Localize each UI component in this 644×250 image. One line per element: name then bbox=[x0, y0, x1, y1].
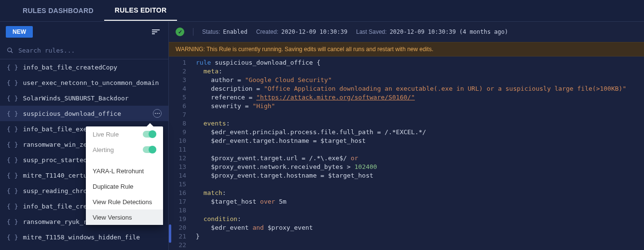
search-input[interactable] bbox=[18, 47, 162, 54]
alerting-toggle-row[interactable]: Alerting bbox=[86, 142, 163, 157]
rule-name: susp_proc_started bbox=[23, 156, 87, 164]
rule-name: info_bat_file_exe bbox=[23, 125, 87, 133]
menu-retrohunt[interactable]: YARA-L Retrohunt bbox=[86, 163, 163, 179]
status-bar: Status: Enabled Created: 2020-12-09 10:3… bbox=[169, 22, 644, 42]
code-text[interactable]: rule suspicious_download_office { meta: … bbox=[191, 58, 644, 250]
code-editor[interactable]: 12345678910111213141516171819202122 rule… bbox=[169, 56, 644, 250]
status-ok-icon bbox=[176, 28, 184, 36]
rule-item[interactable]: { }user_exec_netconn_to_uncommon_domain bbox=[0, 75, 168, 90]
rule-item[interactable]: { }info_bat_file_createdCopy bbox=[0, 59, 168, 75]
svg-line-1 bbox=[11, 51, 13, 53]
rule-name: susp_reading_chro bbox=[23, 187, 87, 194]
rule-name: info_bat_file_cre bbox=[23, 203, 87, 210]
scroll-handle[interactable] bbox=[169, 224, 171, 243]
rule-name: user_exec_netconn_to_uncommon_domain bbox=[23, 79, 159, 86]
rule-menu-icon[interactable] bbox=[153, 109, 162, 118]
braces-icon: { } bbox=[7, 234, 18, 241]
sort-icon[interactable] bbox=[149, 27, 163, 37]
rule-name: mitre_T1158_windows_hidden_file bbox=[23, 234, 140, 241]
braces-icon: { } bbox=[7, 125, 18, 133]
tab-rules-dashboard[interactable]: RULES DASHBOARD bbox=[12, 1, 104, 20]
live-rule-toggle[interactable] bbox=[143, 131, 156, 138]
created-value: 2020-12-09 10:30:39 bbox=[281, 28, 347, 35]
tab-rules-editor[interactable]: RULES EDITOR bbox=[104, 0, 178, 21]
menu-duplicate[interactable]: Duplicate Rule bbox=[86, 179, 163, 194]
rule-name: suspicious_download_office bbox=[23, 110, 121, 117]
status-value: Enabled bbox=[223, 28, 247, 35]
saved-label: Last Saved: bbox=[356, 28, 386, 35]
rule-name: ransomware_ryuk_r bbox=[23, 218, 87, 225]
live-rule-toggle-row[interactable]: Live Rule bbox=[86, 126, 163, 142]
braces-icon: { } bbox=[7, 187, 18, 194]
created-label: Created: bbox=[256, 28, 278, 35]
svg-point-0 bbox=[8, 48, 12, 52]
search-container bbox=[0, 42, 168, 59]
braces-icon: { } bbox=[7, 141, 18, 148]
braces-icon: { } bbox=[7, 95, 18, 102]
menu-live-rule-label: Live Rule bbox=[93, 131, 119, 138]
status-label: Status: bbox=[202, 28, 220, 35]
search-icon bbox=[7, 47, 14, 54]
saved-value: 2020-12-09 10:30:39 (4 months ago) bbox=[390, 28, 508, 35]
rule-name: SolarWinds_SUNBURST_Backdoor bbox=[23, 95, 128, 102]
editor-pane: Status: Enabled Created: 2020-12-09 10:3… bbox=[169, 22, 644, 250]
rule-item[interactable]: { }SolarWinds_SUNBURST_Backdoor bbox=[0, 90, 168, 106]
braces-icon: { } bbox=[7, 172, 18, 179]
menu-view-detections[interactable]: View Rule Detections bbox=[86, 194, 163, 209]
braces-icon: { } bbox=[7, 79, 18, 86]
rule-name: mitre_T1140_certu bbox=[23, 172, 87, 179]
warning-bar: WARNING: This Rule is currently running.… bbox=[169, 42, 644, 56]
braces-icon: { } bbox=[7, 110, 18, 117]
menu-alerting-label: Alerting bbox=[93, 146, 114, 153]
rule-context-menu: Live Rule Alerting YARA-L Retrohunt Dupl… bbox=[86, 126, 163, 225]
braces-icon: { } bbox=[7, 64, 18, 71]
braces-icon: { } bbox=[7, 156, 18, 164]
alerting-toggle[interactable] bbox=[143, 146, 156, 153]
rule-item[interactable]: { }suspicious_download_office bbox=[0, 106, 168, 121]
rule-name: info_bat_file_createdCopy bbox=[23, 64, 117, 71]
top-tab-bar: RULES DASHBOARD RULES EDITOR bbox=[0, 0, 644, 22]
rule-name: ransomware_win_ze bbox=[23, 141, 87, 148]
new-rule-button[interactable]: NEW bbox=[6, 26, 33, 38]
line-gutter: 12345678910111213141516171819202122 bbox=[169, 58, 191, 250]
rule-item[interactable]: { }mitre_T1158_windows_hidden_file bbox=[0, 229, 168, 245]
braces-icon: { } bbox=[7, 203, 18, 210]
menu-view-versions[interactable]: View Versions bbox=[86, 209, 163, 225]
braces-icon: { } bbox=[7, 218, 18, 225]
